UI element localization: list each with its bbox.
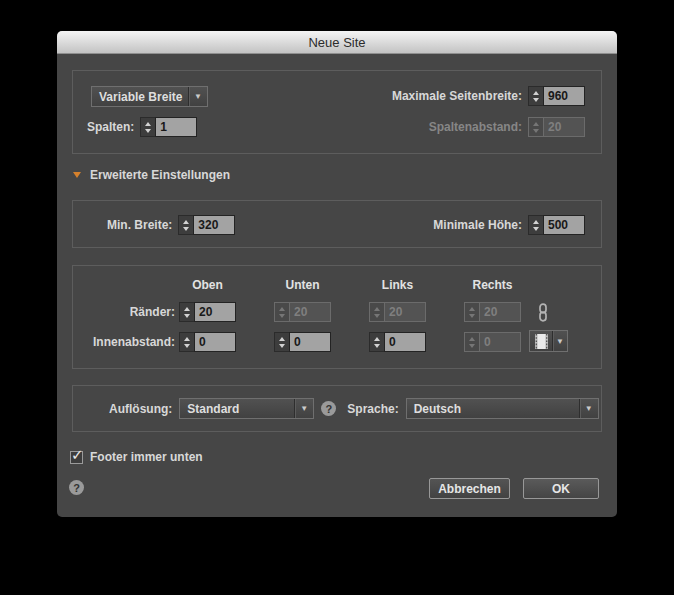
- min-height-label: Minimale Höhe:: [433, 218, 522, 232]
- max-width-stepper[interactable]: [528, 86, 543, 106]
- raender-links-input: 20: [384, 302, 426, 322]
- raender-links-group: 20: [369, 302, 426, 322]
- innen-links-input[interactable]: 0: [384, 332, 426, 352]
- raender-oben-input[interactable]: 20: [194, 302, 236, 322]
- language-dropdown[interactable]: Deutsch ▼: [406, 398, 599, 419]
- max-width-group: 960: [528, 86, 585, 106]
- footer-checkbox-label: Footer immer unten: [90, 450, 203, 464]
- innen-rechts-input: 0: [479, 332, 521, 352]
- innen-unten-group: 0: [274, 332, 331, 352]
- gutter-stepper: [528, 117, 543, 137]
- titlebar[interactable]: Neue Site: [57, 31, 617, 54]
- footer-checkbox[interactable]: ✓: [70, 451, 83, 464]
- raender-oben-stepper[interactable]: [179, 302, 194, 322]
- dialog-help-icon[interactable]: ?: [69, 480, 84, 495]
- resolution-help-icon[interactable]: ?: [321, 401, 336, 416]
- footer-checkbox-row: ✓ Footer immer unten: [70, 450, 203, 464]
- raender-rechts-input: 20: [479, 302, 521, 322]
- stepper-down-icon: [533, 129, 539, 133]
- button-row: Abbrechen OK: [429, 478, 599, 499]
- language-value: Deutsch: [407, 402, 579, 416]
- chevron-down-icon: ▼: [295, 399, 313, 418]
- gutter-group: 20: [528, 117, 585, 137]
- chevron-down-icon: ▼: [189, 87, 207, 106]
- padding-preset-dropdown[interactable]: ▼: [529, 330, 568, 352]
- advanced-settings-toggle[interactable]: Erweiterte Einstellungen: [73, 168, 230, 182]
- gutter-label: Spaltenabstand:: [429, 120, 522, 134]
- disclosure-triangle-icon: [73, 172, 81, 178]
- stepper-up-icon: [533, 91, 539, 95]
- stepper-up-icon: [183, 220, 189, 224]
- link-icon: [537, 303, 549, 322]
- max-width-input[interactable]: 960: [543, 86, 585, 106]
- min-width-label: Min. Breite:: [107, 218, 172, 232]
- min-height-group: 500: [528, 215, 585, 235]
- min-height-input[interactable]: 500: [543, 215, 585, 235]
- gutter-input: 20: [543, 117, 585, 137]
- new-site-dialog: Neue Site Variable Breite ▼ Maximale Sei…: [57, 31, 617, 517]
- raender-unten-group: 20: [274, 302, 331, 322]
- resolution-label: Auflösung:: [109, 402, 172, 416]
- stepper-down-icon: [145, 129, 151, 133]
- ok-button[interactable]: OK: [523, 478, 599, 499]
- raender-unten-input: 20: [289, 302, 331, 322]
- cancel-button[interactable]: Abbrechen: [429, 478, 510, 499]
- language-label: Sprache:: [347, 402, 398, 416]
- min-size-panel: Min. Breite: 320 Minimale Höhe: 500: [72, 200, 602, 248]
- dialog-title: Neue Site: [308, 35, 365, 50]
- innen-links-stepper[interactable]: [369, 332, 384, 352]
- chevron-down-icon: ▼: [580, 399, 598, 418]
- check-icon: ✓: [71, 446, 84, 464]
- innen-oben-group: 0: [179, 332, 236, 352]
- options-panel: Auflösung: Standard ▼ ? Sprache: Deutsch…: [72, 385, 602, 432]
- column-header-rechts: Rechts: [464, 278, 521, 292]
- min-width-group: 320: [178, 215, 235, 235]
- innen-links-group: 0: [369, 332, 426, 352]
- stepper-down-icon: [183, 227, 189, 231]
- innen-oben-input[interactable]: 0: [194, 332, 236, 352]
- film-strip-icon: [530, 334, 552, 349]
- column-header-unten: Unten: [274, 278, 331, 292]
- stepper-up-icon: [533, 122, 539, 126]
- raender-oben-group: 20: [179, 302, 236, 322]
- width-mode-dropdown[interactable]: Variable Breite ▼: [91, 86, 208, 107]
- width-mode-value: Variable Breite: [92, 90, 188, 104]
- innen-unten-stepper[interactable]: [274, 332, 289, 352]
- min-height-stepper[interactable]: [528, 215, 543, 235]
- max-width-label: Maximale Seitenbreite:: [392, 89, 522, 103]
- innen-rechts-group: 0: [464, 332, 521, 352]
- columns-input[interactable]: 1: [155, 117, 197, 137]
- margins-panel: Oben Unten Links Rechts Ränder: 20 20 20…: [72, 265, 602, 369]
- column-header-links: Links: [369, 278, 426, 292]
- resolution-value: Standard: [180, 402, 294, 416]
- raender-rechts-group: 20: [464, 302, 521, 322]
- link-values-button[interactable]: [535, 302, 551, 322]
- innenabstand-label: Innenabstand:: [73, 332, 175, 352]
- layout-panel: Variable Breite ▼ Maximale Seitenbreite:…: [72, 70, 602, 154]
- columns-group: 1: [140, 117, 197, 137]
- resolution-dropdown[interactable]: Standard ▼: [179, 398, 314, 419]
- column-header-oben: Oben: [179, 278, 236, 292]
- stepper-up-icon: [145, 122, 151, 126]
- advanced-settings-label: Erweiterte Einstellungen: [90, 168, 230, 182]
- innen-unten-input[interactable]: 0: [289, 332, 331, 352]
- min-width-stepper[interactable]: [178, 215, 193, 235]
- raender-label: Ränder:: [73, 302, 175, 322]
- chevron-down-icon: ▼: [553, 337, 567, 346]
- stepper-down-icon: [533, 98, 539, 102]
- columns-stepper[interactable]: [140, 117, 155, 137]
- stepper-down-icon: [533, 227, 539, 231]
- min-width-input[interactable]: 320: [193, 215, 235, 235]
- columns-label: Spalten:: [87, 120, 134, 134]
- stepper-up-icon: [533, 220, 539, 224]
- innen-oben-stepper[interactable]: [179, 332, 194, 352]
